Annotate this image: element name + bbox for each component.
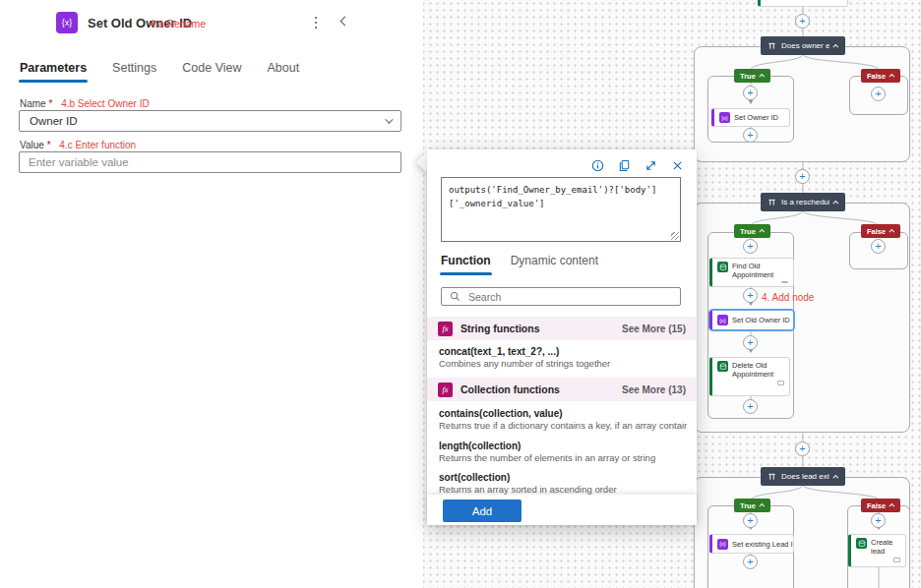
fx-icon: fx [438,322,453,336]
tab-settings[interactable]: Settings [112,61,156,83]
function-length-desc: Returns the number of elements in an arr… [439,452,687,463]
condition-label: Is a reschedule [781,198,829,206]
dataverse-icon [856,538,867,549]
node-label: Set Owner ID [734,113,778,122]
insert-node-button[interactable]: + [743,335,758,350]
tab-function[interactable]: Function [441,254,491,275]
branch-label: True [740,501,756,510]
chevron-up-icon [759,229,765,235]
branch-label: False [867,501,886,510]
chevron-up-icon [890,503,895,509]
insert-node-button[interactable]: + [743,128,758,143]
branch-false-pill-3[interactable]: False [861,499,900,512]
flow-node-create-lead[interactable]: Create lead [848,534,906,567]
branch-icon [768,42,776,50]
branch-false-pill-2[interactable]: False [861,224,900,238]
select-owner-annotation: 4.b Select Owner ID [61,98,149,109]
insert-node-button[interactable]: + [795,169,810,184]
name-dropdown[interactable]: Owner ID [19,110,401,132]
insert-node-button[interactable]: + [743,86,758,100]
chevron-up-icon [832,474,838,480]
panel-tabs: Parameters Settings Code View About [20,61,299,83]
insert-node-button[interactable]: + [871,239,886,254]
rename-annotation: 4.a Rename [150,18,206,29]
close-icon[interactable] [671,159,684,172]
node-title-row: Create lead [856,538,900,557]
node-label: Set existing Lead ID [732,540,794,549]
node-label: Find Old Appointment [732,262,788,280]
action-config-panel: {x} Set Old Owner ID 4.a Rename Paramete… [0,0,423,588]
tab-parameters[interactable]: Parameters [20,61,87,83]
search-input[interactable] [468,291,672,303]
tab-code-view[interactable]: Code View [182,61,241,83]
branch-true-pill-1[interactable]: True [734,69,770,83]
condition-node-is-a-reschedule[interactable]: Is a reschedule [761,193,845,211]
chevron-down-icon [385,115,393,123]
label-text: Name [20,98,46,109]
chevron-up-icon [759,74,765,80]
function-sort[interactable]: sort(collection) [439,472,510,483]
chevron-up-icon [890,74,895,80]
tab-dynamic-content[interactable]: Dynamic content [511,254,598,275]
insert-node-button[interactable]: + [871,513,886,528]
insert-node-button[interactable]: + [871,87,886,101]
condition-node-does-owner-exist[interactable]: Does owner exist [761,36,845,55]
expression-textarea[interactable]: outputs('Find_Owner_by_email')?['body'] … [441,177,681,242]
popup-tabs: Function Dynamic content [441,254,598,275]
flow-node-partial[interactable] [758,0,848,7]
popup-toolbar [591,159,684,172]
category-collection-functions[interactable]: fx Collection functions See More (13) [427,378,697,401]
flow-node-set-existing-lead-id[interactable]: {x} Set existing Lead ID [709,534,794,554]
insert-node-button[interactable]: + [795,441,810,456]
see-more-link[interactable]: See More (15) [622,323,686,334]
variable-icon: {x} [717,539,728,550]
function-concat-desc: Combines any number of strings together [439,358,687,369]
branch-false-pill-1[interactable]: False [861,69,900,83]
collapse-panel-button[interactable] [340,17,350,27]
tab-about[interactable]: About [268,61,300,83]
branch-icon [768,199,776,206]
node-status-badge [777,381,784,385]
flow-node-delete-old-appointment[interactable]: Delete Old Appointment [709,357,790,396]
insert-node-button[interactable]: + [743,288,758,303]
branch-true-pill-3[interactable]: True [734,499,770,512]
function-search-box[interactable] [441,287,681,306]
expression-line: ['_ownerid_value'] [449,198,673,211]
expand-icon[interactable] [645,159,657,172]
set-variable-icon: {x} [56,12,78,33]
condition-label: Does lead exist [781,472,829,481]
add-node-annotation: 4. Add node [762,292,814,303]
condition-node-does-lead-exist[interactable]: Does lead exist [761,467,845,486]
branch-icon [768,473,776,481]
category-string-functions[interactable]: fx String functions See More (15) [427,317,697,340]
chevron-up-icon [890,229,895,235]
function-sort-desc: Returns an array sorted in ascending ord… [439,484,687,495]
function-concat[interactable]: concat(text_1, text_2?, ...) [439,346,559,357]
node-label: Delete Old Appointment [732,361,784,380]
more-options-button[interactable] [309,14,323,31]
insert-node-button[interactable]: + [795,14,810,29]
value-input[interactable] [19,151,401,173]
flow-node-set-owner-id[interactable]: {x} Set Owner ID [711,108,790,127]
see-more-link[interactable]: See More (13) [622,384,686,395]
node-label: Set Old Owner ID [732,316,790,324]
insert-node-button[interactable]: + [743,513,758,528]
node-title-row: Delete Old Appointment [717,361,784,380]
flow-node-set-old-owner-id[interactable]: {x} Set Old Owner ID [709,310,794,330]
expression-editor-popup: outputs('Find_Owner_by_email')?['body'] … [427,149,697,525]
insert-node-button[interactable]: + [743,555,758,569]
enter-function-annotation: 4.c Enter function [59,140,136,150]
insert-node-button[interactable]: + [743,239,758,254]
function-length[interactable]: length(collection) [439,441,521,451]
popup-footer: Add [427,495,697,525]
info-icon[interactable] [591,159,604,172]
search-icon [450,291,460,302]
branch-true-pill-2[interactable]: True [734,224,770,238]
resize-grip[interactable] [671,232,679,240]
insert-node-button[interactable]: + [743,399,758,414]
expression-line: outputs('Find_Owner_by_email')?['body'] [449,184,673,198]
function-contains[interactable]: contains(collection, value) [439,408,563,419]
add-button[interactable]: Add [443,500,522,522]
flow-node-find-old-appointment[interactable]: Find Old Appointment [709,258,794,287]
copy-icon[interactable] [618,159,631,172]
